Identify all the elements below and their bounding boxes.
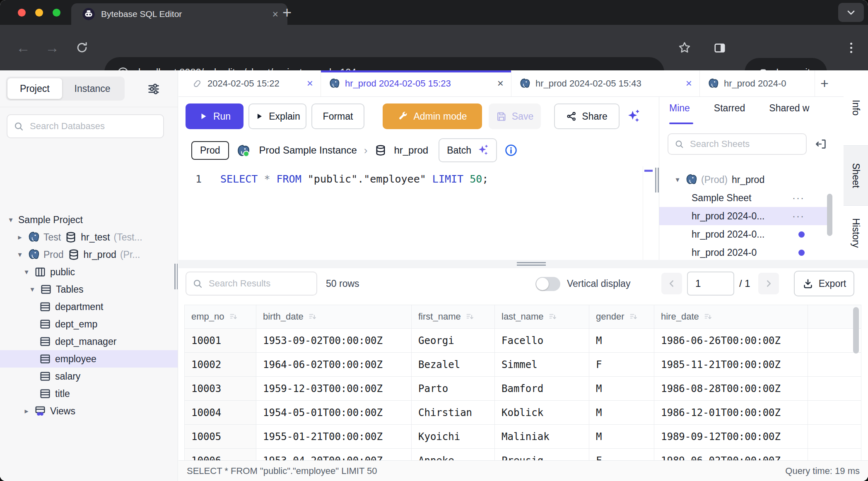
sort-icon[interactable]: [703, 312, 713, 322]
tab-project[interactable]: Project: [7, 78, 62, 99]
browser-menu-button[interactable]: [844, 41, 858, 55]
sidebar-item-dept-emp[interactable]: dept_emp: [0, 315, 178, 333]
chevron-right-icon[interactable]: ▸: [15, 233, 25, 242]
column-header-hire-date[interactable]: hire_date: [654, 305, 808, 329]
sheet-tab-2024-02-05-15-22[interactable]: 2024-02-05 15:22×: [184, 70, 321, 96]
chevron-down-icon[interactable]: ▾: [27, 285, 37, 294]
sql-editor[interactable]: 1 SELECT * FROM "public"."employee" LIMI…: [178, 167, 643, 260]
sidebar-item-sample-project[interactable]: ▾Sample Project: [0, 211, 178, 228]
maximize-window-button[interactable]: [53, 9, 60, 17]
sidebar-item-views[interactable]: ▸Views: [0, 402, 178, 420]
reload-button[interactable]: [71, 25, 93, 70]
sort-icon[interactable]: [308, 312, 318, 322]
close-icon[interactable]: ×: [307, 77, 313, 90]
tab-starred[interactable]: Starred: [714, 103, 745, 114]
more-menu-icon[interactable]: ···: [792, 192, 805, 204]
tab-search-chevron-button[interactable]: [838, 3, 864, 22]
worksheet-item-sample-sheet[interactable]: Sample Sheet···: [659, 189, 832, 207]
table-row[interactable]: 100031959-12-03T00:00:00ZPartoBamfordM19…: [184, 377, 861, 401]
admin-mode-button[interactable]: Admin mode: [383, 103, 482, 129]
page-number-input[interactable]: [687, 272, 734, 296]
worksheet-item-hr-prod-2024-0[interactable]: hr_prod 2024-0: [659, 243, 832, 260]
bookmark-star-icon[interactable]: [678, 41, 692, 55]
sort-icon[interactable]: [629, 312, 639, 322]
side-panel-icon[interactable]: [713, 41, 726, 55]
sidebar-item-employee[interactable]: employee: [0, 350, 178, 368]
info-icon[interactable]: [504, 143, 518, 157]
tab-info[interactable]: Info: [844, 70, 868, 146]
table-row[interactable]: 100051955-01-21T00:00:00ZKyoichiMaliniak…: [184, 425, 861, 449]
chevron-down-icon[interactable]: ▾: [6, 215, 16, 224]
chevron-down-icon[interactable]: ▾: [673, 175, 682, 184]
sheet-search-input[interactable]: [689, 138, 800, 150]
column-header-birth-date[interactable]: birth_date: [256, 305, 412, 329]
database-search[interactable]: [7, 114, 164, 138]
export-button[interactable]: Export: [794, 271, 854, 296]
sort-icon[interactable]: [465, 312, 475, 322]
ai-assistant-button[interactable]: [623, 103, 643, 129]
explain-button[interactable]: Explain: [248, 103, 306, 129]
close-icon[interactable]: ×: [497, 77, 504, 90]
next-page-button[interactable]: [758, 273, 779, 294]
chevron-right-icon[interactable]: ▸: [22, 406, 31, 416]
forward-button[interactable]: →: [41, 25, 63, 70]
sidebar-item-hr-prod[interactable]: ▾Prodhr_prod(Pr...: [0, 246, 178, 263]
sidebar-item-title[interactable]: title: [0, 385, 178, 402]
table-row[interactable]: 100041954-05-01T00:00:00ZChirstianKoblic…: [184, 401, 861, 425]
chevron-down-icon[interactable]: ▾: [22, 267, 31, 277]
new-tab-button[interactable]: +: [278, 4, 296, 22]
column-header-gender[interactable]: gender: [589, 305, 654, 329]
results-search-input[interactable]: [208, 278, 311, 289]
sidebar-item-department[interactable]: department: [0, 298, 178, 315]
tab-sheet[interactable]: Sheet: [844, 146, 868, 206]
browser-tab[interactable]: Bytebase SQL Editor ×: [71, 3, 287, 25]
results-search[interactable]: [186, 272, 317, 296]
table-row[interactable]: 100021964-06-02T00:00:00ZBezalelSimmelF1…: [184, 353, 861, 377]
sort-icon[interactable]: [229, 312, 239, 322]
minimize-window-button[interactable]: [35, 9, 43, 17]
sidebar-item-tables[interactable]: ▾Tables: [0, 281, 178, 298]
sidebar-item-salary[interactable]: salary: [0, 368, 178, 385]
save-button[interactable]: Save: [489, 103, 541, 129]
table-row[interactable]: 100061953-04-20T00:00:00ZAnnekePreusigF1…: [184, 449, 861, 460]
collapse-panel-icon[interactable]: [814, 137, 827, 151]
worksheet-group[interactable]: ▾(Prod)hr_prod: [659, 171, 832, 189]
batch-button[interactable]: Batch: [439, 138, 497, 162]
editor-minimap[interactable]: [643, 166, 654, 260]
tab-shared[interactable]: Shared w: [769, 103, 809, 114]
column-header-first-name[interactable]: first_name: [412, 305, 495, 329]
new-sheet-button[interactable]: +: [815, 70, 834, 96]
previous-page-button[interactable]: [661, 273, 682, 294]
column-header-last-name[interactable]: last_name: [495, 305, 589, 329]
sidebar-item-hr-test[interactable]: ▸Testhr_test(Test...: [0, 228, 178, 246]
column-header-emp-no[interactable]: emp_no: [184, 305, 256, 329]
table-row[interactable]: 100011953-09-02T00:00:00ZGeorgiFacelloM1…: [184, 329, 861, 353]
worksheet-item-hr-prod-2024-0[interactable]: hr_prod 2024-0...···: [659, 207, 832, 225]
close-window-button[interactable]: [18, 9, 26, 17]
tab-mine[interactable]: Mine: [669, 103, 690, 114]
chevron-down-icon[interactable]: ▾: [15, 250, 25, 259]
sidebar-resize-handle[interactable]: [174, 264, 178, 289]
sort-icon[interactable]: [548, 312, 558, 322]
sidebar-item-dept-manager[interactable]: dept_manager: [0, 333, 178, 350]
scrollbar-thumb[interactable]: [827, 194, 832, 236]
scrollbar-thumb[interactable]: [853, 307, 859, 354]
close-icon[interactable]: ×: [686, 77, 692, 90]
drag-handle[interactable]: [517, 262, 546, 266]
format-button[interactable]: Format: [311, 103, 364, 129]
instance-name[interactable]: Prod Sample Instance: [259, 144, 357, 156]
sheet-tab-hr-prod-2024-02-05-15-23[interactable]: hr_prod 2024-02-05 15:23×: [321, 70, 511, 96]
sidebar-item-public[interactable]: ▾public: [0, 263, 178, 281]
database-name[interactable]: hr_prod: [394, 144, 428, 156]
worksheet-item-hr-prod-2024-0[interactable]: hr_prod 2024-0...: [659, 225, 832, 243]
more-menu-icon[interactable]: ···: [792, 210, 805, 222]
share-button[interactable]: Share: [554, 103, 620, 129]
vertical-display-toggle[interactable]: [535, 277, 560, 291]
sheet-tab-hr-prod-2024-02-05-15-43[interactable]: hr_prod 2024-02-05 15:43×: [511, 70, 700, 96]
tab-instance[interactable]: Instance: [62, 78, 123, 99]
tab-history[interactable]: History: [844, 206, 868, 260]
run-button[interactable]: Run: [186, 103, 244, 129]
sheet-search[interactable]: [668, 133, 807, 155]
sheet-tab-hr-prod-2024-0[interactable]: hr_prod 2024-0: [700, 70, 815, 96]
back-button[interactable]: ←: [12, 25, 34, 70]
